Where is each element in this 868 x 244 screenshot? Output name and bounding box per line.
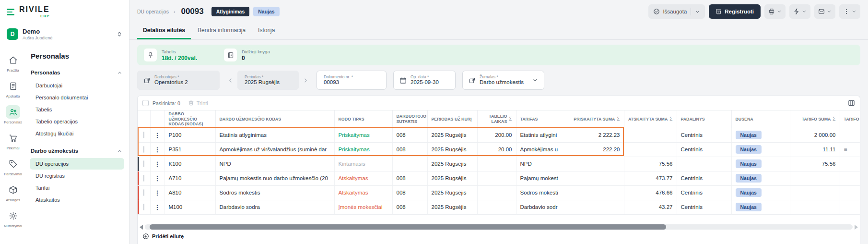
- cell-accrued[interactable]: [569, 185, 624, 200]
- sum-icon[interactable]: Σ: [669, 116, 672, 122]
- cell-deducted[interactable]: 43.27: [624, 200, 677, 214]
- company-switcher-icon[interactable]: [117, 31, 122, 37]
- column-header[interactable]: TARIFAS: [516, 110, 569, 128]
- sidebar-item[interactable]: Tabelio operacijos: [30, 116, 124, 127]
- row-kebab-icon[interactable]: ⋮: [154, 175, 161, 182]
- row-checkbox[interactable]: [143, 175, 144, 182]
- rail-item-personalas[interactable]: Personalas: [1, 103, 25, 127]
- tab[interactable]: Bendra informacija: [192, 23, 251, 39]
- cell-deducted[interactable]: [624, 128, 677, 142]
- scrollbar-thumb[interactable]: [150, 224, 666, 230]
- cell-code[interactable]: P351: [164, 142, 215, 157]
- cell-tariff-sum[interactable]: 11.11: [790, 142, 840, 157]
- row-checkbox[interactable]: [143, 132, 144, 138]
- cell-accrued[interactable]: [569, 157, 624, 171]
- op-data-field[interactable]: Op. data * 2025-09-30: [393, 71, 456, 90]
- cell-deducted[interactable]: 473.77: [624, 171, 677, 185]
- scrollbar-track[interactable]: [145, 224, 853, 230]
- saved-split-button[interactable]: Išsaugota: [648, 4, 705, 19]
- cell-tariff-sum[interactable]: [790, 171, 840, 185]
- cell-time[interactable]: [477, 171, 516, 185]
- cell-department[interactable]: Centrinis: [677, 185, 731, 200]
- cell-name[interactable]: NPD: [215, 157, 334, 171]
- row-checkbox[interactable]: [143, 146, 144, 153]
- chevron-down-icon[interactable]: [532, 77, 538, 83]
- table-row[interactable]: ⋮ P100 Etatinis atlyginimas Priskaitymas…: [138, 128, 860, 142]
- sum-icon[interactable]: Σ: [833, 116, 835, 122]
- cell-tariff-sum[interactable]: 75.56: [790, 157, 840, 171]
- column-header[interactable]: PADALINYS: [677, 110, 731, 128]
- cell-department[interactable]: [677, 157, 731, 171]
- zurnalas-field[interactable]: Žurnalas * Darbo užmokestis: [462, 71, 544, 90]
- cell-period[interactable]: 2025 Rugsėjis: [427, 200, 477, 214]
- cell-period[interactable]: 2025 Rugsėjis: [427, 157, 477, 171]
- add-row-button[interactable]: Pridėti eilutę: [138, 230, 860, 244]
- sidebar-item[interactable]: Ataskaitos: [30, 194, 124, 206]
- sidebar-item[interactable]: DU registras: [30, 170, 124, 182]
- sidebar-item[interactable]: DU operacijos: [30, 158, 124, 170]
- cell-type[interactable]: Priskaitymas: [334, 128, 392, 142]
- cell-name[interactable]: Etatinis atlyginimas: [215, 128, 334, 142]
- cell-accrued[interactable]: 2 222.23: [569, 128, 624, 142]
- cell-code[interactable]: M100: [164, 200, 215, 214]
- cell-tariff-sum[interactable]: 2 000.00: [790, 128, 840, 142]
- cell-deducted[interactable]: [624, 142, 677, 157]
- cell-contract[interactable]: 008: [392, 185, 427, 200]
- cell-time[interactable]: 200.00: [477, 128, 516, 142]
- column-header[interactable]: KODO TIPAS: [334, 110, 392, 128]
- cell-code[interactable]: K100: [164, 157, 215, 171]
- select-all-checkbox[interactable]: [142, 100, 149, 106]
- darbuotojas-field[interactable]: Darbuotojas * Operatorius 2: [137, 71, 220, 90]
- cell-period[interactable]: 2025 Rugsėjis: [427, 128, 477, 142]
- sidebar-item[interactable]: Darbuotojai: [30, 80, 124, 91]
- cell-tariff[interactable]: Sodros mokesti: [516, 185, 569, 200]
- menu-section-personalas[interactable]: Personalas: [26, 66, 129, 79]
- table-row[interactable]: ⋮ M100 Darbdavio sodra Įmonės mokesčiai …: [138, 200, 860, 214]
- chevron-down-icon[interactable]: [802, 9, 807, 14]
- column-header[interactable]: DARBUOTOJO SUTARTIS: [392, 110, 427, 128]
- table-row[interactable]: ⋮ A810 Sodros mokestis Atskaitymas 008 2…: [138, 185, 860, 200]
- cell-time[interactable]: 20.00: [477, 142, 516, 157]
- sidebar-item[interactable]: Atostogų likučiai: [30, 128, 124, 139]
- cell-contract[interactable]: 008: [392, 128, 427, 142]
- column-header[interactable]: PERIODAS UŽ KURĮ: [427, 110, 477, 128]
- cell-department[interactable]: Centrinis: [677, 128, 731, 142]
- chevron-down-icon[interactable]: [695, 9, 700, 14]
- column-header[interactable]: TABELIO LAIKASΣ: [477, 110, 516, 128]
- row-kebab-icon[interactable]: ⋮: [154, 204, 161, 211]
- sum-icon[interactable]: Σ: [617, 116, 620, 122]
- cell-contract[interactable]: [392, 157, 427, 171]
- cell-tariff[interactable]: Pajamų mokest: [516, 171, 569, 185]
- row-checkbox[interactable]: [143, 189, 144, 196]
- cell-time[interactable]: [477, 157, 516, 171]
- cell-code[interactable]: P100: [164, 128, 215, 142]
- cell-period[interactable]: 2025 Rugsėjis: [427, 142, 477, 157]
- row-kebab-icon[interactable]: ⋮: [154, 189, 161, 196]
- cell-department[interactable]: Centrinis: [677, 142, 731, 157]
- column-header[interactable]: BŪSENA: [731, 110, 790, 128]
- cell-type[interactable]: Kintamasis: [334, 157, 392, 171]
- table-row[interactable]: ⋮ A710 Pajamų mokestis nuo darbo užmokes…: [138, 171, 860, 185]
- cell-name[interactable]: Sodros mokestis: [215, 185, 334, 200]
- sidebar-item[interactable]: Tarifai: [30, 182, 124, 194]
- register-button[interactable]: Registruoti: [709, 4, 761, 19]
- calendar-icon[interactable]: [399, 77, 407, 84]
- sidebar-item[interactable]: Tabelis: [30, 104, 124, 115]
- cell-department[interactable]: Centrinis: [677, 200, 731, 214]
- tab[interactable]: Istorija: [252, 23, 281, 39]
- cell-code[interactable]: A810: [164, 185, 215, 200]
- cell-accrued[interactable]: [569, 200, 624, 214]
- dokumento-nr-field[interactable]: Dokumento nr. * 00093: [317, 71, 387, 90]
- breadcrumb[interactable]: DU operacijos: [137, 9, 169, 14]
- cell-contract[interactable]: 008: [392, 142, 427, 157]
- cell-name[interactable]: Darbdavio sodra: [215, 200, 334, 214]
- hamburger-menu-icon[interactable]: [7, 9, 14, 15]
- chevron-down-icon[interactable]: [852, 9, 856, 14]
- table-row[interactable]: ⋮ K100 NPD Kintamasis 2025 Rugsėjis NPD …: [138, 157, 860, 171]
- table-row[interactable]: ⋮ P351 Apmokėjimas už viršvalandžius (su…: [138, 142, 860, 157]
- row-kebab-icon[interactable]: ⋮: [154, 160, 161, 168]
- cell-tariff-sum[interactable]: [790, 200, 840, 214]
- chevron-down-icon[interactable]: [827, 9, 832, 14]
- cell-deducted[interactable]: 75.56: [624, 157, 677, 171]
- company-switcher[interactable]: D Demo Aušra Juodienė: [0, 24, 129, 45]
